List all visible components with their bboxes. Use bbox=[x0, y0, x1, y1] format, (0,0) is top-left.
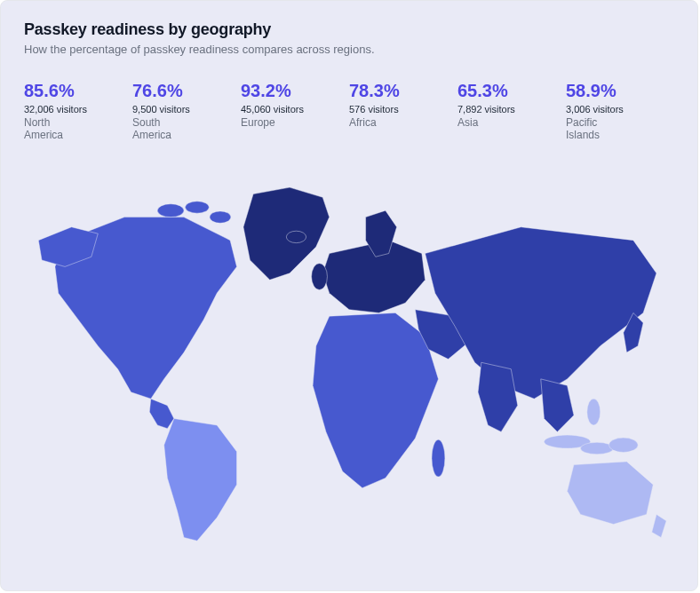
stat-visitors: 45,060 visitors bbox=[241, 104, 349, 115]
map-madagascar bbox=[432, 439, 445, 477]
world-map-container bbox=[1, 162, 697, 579]
map-uk bbox=[312, 263, 328, 289]
map-iceland bbox=[286, 231, 306, 242]
map-australia bbox=[568, 462, 654, 525]
map-philippines bbox=[587, 399, 601, 425]
stat-visitors: 32,006 visitors bbox=[24, 104, 132, 115]
region-stats-row: 85.6% 32,006 visitors North America 76.6… bbox=[1, 81, 697, 162]
stat-south-america: 76.6% 9,500 visitors South America bbox=[132, 81, 241, 142]
stat-percent: 85.6% bbox=[24, 81, 132, 100]
stat-percent: 78.3% bbox=[349, 81, 457, 100]
card-subtitle: How the percentage of passkey readiness … bbox=[24, 43, 674, 56]
map-africa bbox=[313, 312, 438, 487]
map-arctic-island bbox=[157, 204, 184, 217]
stat-region: North America bbox=[24, 116, 86, 142]
map-india bbox=[478, 362, 518, 431]
stat-region: Europe bbox=[241, 116, 303, 129]
stat-region: Asia bbox=[457, 116, 520, 129]
stat-visitors: 9,500 visitors bbox=[132, 104, 241, 115]
stat-visitors: 3,006 visitors bbox=[566, 104, 674, 115]
stat-percent: 93.2% bbox=[241, 81, 349, 100]
stat-region: Pacific Islands bbox=[566, 116, 628, 142]
map-arctic-island bbox=[185, 202, 209, 213]
map-arctic-island bbox=[210, 211, 231, 223]
map-se-asia bbox=[541, 379, 574, 432]
stat-region: South America bbox=[132, 116, 195, 142]
stat-europe: 93.2% 45,060 visitors Europe bbox=[241, 81, 349, 142]
world-map-icon bbox=[19, 170, 680, 561]
stat-percent: 58.9% bbox=[566, 81, 674, 100]
stat-pacific-islands: 58.9% 3,006 visitors Pacific Islands bbox=[566, 81, 674, 142]
map-asia bbox=[426, 227, 656, 399]
stat-percent: 76.6% bbox=[132, 81, 241, 100]
map-central-america bbox=[149, 399, 174, 428]
passkey-geography-card: Passkey readiness by geography How the p… bbox=[0, 0, 698, 591]
card-title: Passkey readiness by geography bbox=[24, 20, 674, 39]
stat-visitors: 7,892 visitors bbox=[457, 104, 566, 115]
map-south-america bbox=[164, 418, 237, 541]
map-new-zealand bbox=[652, 514, 666, 537]
card-header: Passkey readiness by geography How the p… bbox=[1, 1, 697, 74]
stat-north-america: 85.6% 32,006 visitors North America bbox=[24, 81, 132, 142]
map-indonesia bbox=[580, 442, 613, 454]
stat-percent: 65.3% bbox=[457, 81, 566, 100]
stat-visitors: 576 visitors bbox=[349, 104, 457, 115]
stat-asia: 65.3% 7,892 visitors Asia bbox=[457, 81, 566, 142]
stat-africa: 78.3% 576 visitors Africa bbox=[349, 81, 457, 142]
map-papua bbox=[609, 438, 638, 452]
stat-region: Africa bbox=[349, 116, 411, 129]
